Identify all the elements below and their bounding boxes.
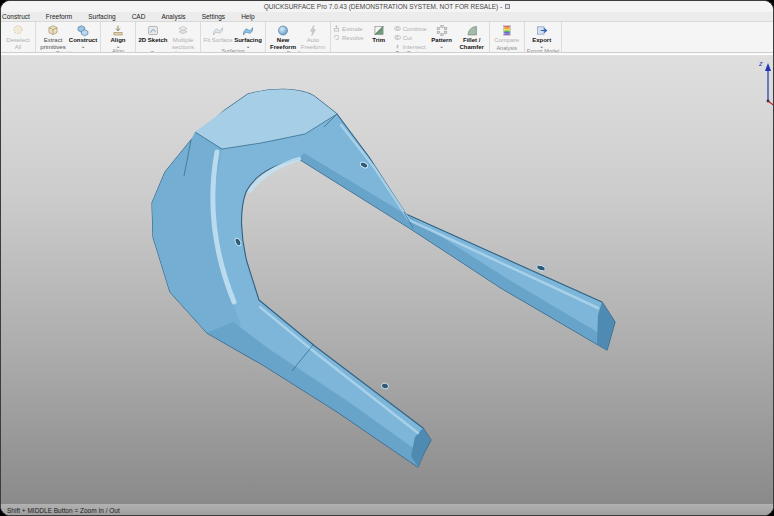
align-button[interactable]: Align ⌄ (103, 23, 133, 48)
trim-button[interactable]: Trim (364, 23, 394, 44)
extrude-revolve-stack: Extrude Revolve (333, 23, 364, 41)
menu-analysis[interactable]: Analysis (153, 13, 193, 20)
ribbon-group-select: Deselect All (1, 22, 36, 52)
export-button[interactable]: Export ⌄ (527, 23, 557, 48)
intersect-icon (394, 43, 401, 50)
construct-cubes-icon (76, 24, 90, 37)
sketch-pad-icon (146, 24, 160, 37)
fit-surface-icon (211, 24, 225, 37)
intersect-button[interactable]: Intersect (394, 43, 427, 50)
menu-surfacing[interactable]: Surfacing (80, 13, 123, 20)
extrude-button[interactable]: Extrude (333, 25, 364, 32)
model-arm-underside (299, 153, 609, 350)
title-bar: QUICKSURFACE Pro 7.0.43 (DEMONSTRATION S… (1, 1, 773, 12)
cube-icon (46, 24, 60, 37)
extrude-icon (333, 25, 340, 32)
chevron-down-icon: ⌄ (440, 44, 444, 48)
axis-triad: z (758, 60, 774, 107)
z-axis-label: z (758, 60, 763, 67)
window-title: QUICKSURFACE Pro 7.0.43 (DEMONSTRATION S… (264, 3, 503, 10)
combine-button[interactable]: Combine (394, 25, 427, 32)
fit-surface-button[interactable]: Fit Surface (203, 23, 233, 44)
app-window: QUICKSURFACE Pro 7.0.43 (DEMONSTRATION S… (0, 0, 774, 516)
freeform-sphere-icon (276, 24, 290, 37)
ribbon-group-export: Export ⌄ Export Model (525, 22, 562, 52)
model-prong-underside (207, 322, 423, 467)
viewport-canvas: z (1, 56, 774, 504)
ribbon-group-primitives: Extract primitives Construct ⌄ Primitive… (36, 22, 101, 52)
ribbon-toolbar: Deselect All Extract primitives (1, 22, 773, 53)
deselect-circle-icon (11, 24, 25, 37)
trim-icon (372, 24, 386, 37)
pattern-button[interactable]: Pattern ⌄ (427, 23, 457, 48)
boolean-stack: Combine Cut Intersect (394, 23, 427, 50)
menu-help[interactable]: Help (233, 13, 262, 20)
mouse-hint-text: Shift + MIDDLE Button = Zoom In / Out (7, 507, 120, 514)
hole-prong-tip (381, 383, 389, 390)
stacked-sections-icon (176, 24, 190, 37)
3d-model (152, 89, 615, 467)
hole-arm-far (536, 264, 546, 272)
status-bar: Shift + MIDDLE Button = Zoom In / Out (1, 504, 773, 516)
ribbon-group-analysis: Compare Analysis (490, 22, 525, 52)
revolve-button[interactable]: Revolve (333, 34, 364, 41)
ribbon-group-surfacing: Fit Surface Surfacing ⌄ Surfacing (201, 22, 266, 52)
compare-button[interactable]: Compare (492, 23, 522, 44)
ribbon-group-align: Align ⌄ Align (101, 22, 136, 52)
menu-settings[interactable]: Settings (194, 13, 234, 20)
deselect-all-button[interactable]: Deselect All (3, 23, 33, 50)
auto-freeform-button[interactable]: Auto Freeform (298, 23, 328, 50)
document-icon (505, 4, 510, 9)
cut-icon (394, 34, 401, 41)
menu-construct[interactable]: Construct (1, 13, 38, 20)
construct-button[interactable]: Construct ⌄ (68, 23, 98, 48)
2d-sketch-button[interactable]: 2D Sketch (138, 23, 168, 44)
lightning-icon (306, 24, 320, 37)
fillet-chamfer-button[interactable]: Fillet / Chamfer (457, 23, 487, 50)
export-arrow-icon (535, 24, 549, 37)
menu-cad[interactable]: CAD (124, 13, 154, 20)
chevron-down-icon: ⌄ (81, 44, 85, 48)
cut-button[interactable]: Cut (394, 34, 427, 41)
revolve-icon (333, 34, 340, 41)
align-icon (111, 24, 125, 37)
compare-rainbow-icon (500, 24, 514, 37)
3d-viewport[interactable]: z (1, 56, 773, 504)
multiple-sections-button[interactable]: Multiple sections (168, 23, 198, 50)
surfacing-button[interactable]: Surfacing ⌄ (233, 23, 263, 48)
z-axis-arrow (765, 63, 771, 71)
surface-patch-icon (241, 24, 255, 37)
menu-bar: Construct Freeform Surfacing CAD Analysi… (1, 12, 773, 22)
ribbon-group-cross-sections: 2D Sketch Multiple sections Cross sectio… (136, 22, 201, 52)
pattern-icon (435, 24, 449, 37)
combine-icon (394, 25, 401, 32)
ribbon-group-freeform: New Freeform Auto Freeform Freeform (266, 22, 331, 52)
extract-primitives-button[interactable]: Extract primitives (38, 23, 68, 50)
fillet-icon (465, 24, 479, 37)
ribbon-group-part-design: Extrude Revolve Trim (331, 22, 490, 52)
model-arm-ridge-highlight (341, 125, 598, 308)
axis-origin (767, 100, 770, 103)
menu-freeform[interactable]: Freeform (38, 13, 80, 20)
new-freeform-button[interactable]: New Freeform (268, 23, 298, 50)
